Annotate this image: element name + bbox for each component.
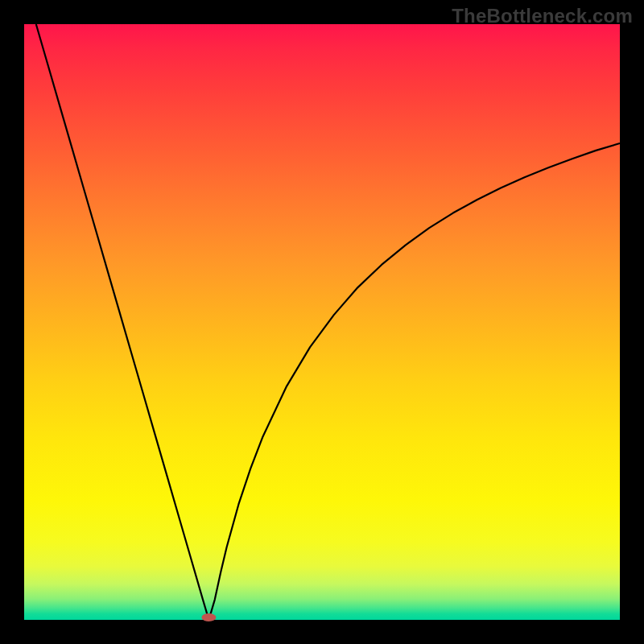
minimum-marker — [201, 613, 216, 621]
plot-area — [24, 24, 620, 620]
watermark-text: TheBottleneck.com — [452, 5, 633, 27]
bottleneck-curve — [36, 24, 620, 620]
chart-frame: TheBottleneck.com — [0, 0, 644, 644]
curve-layer — [24, 24, 620, 620]
